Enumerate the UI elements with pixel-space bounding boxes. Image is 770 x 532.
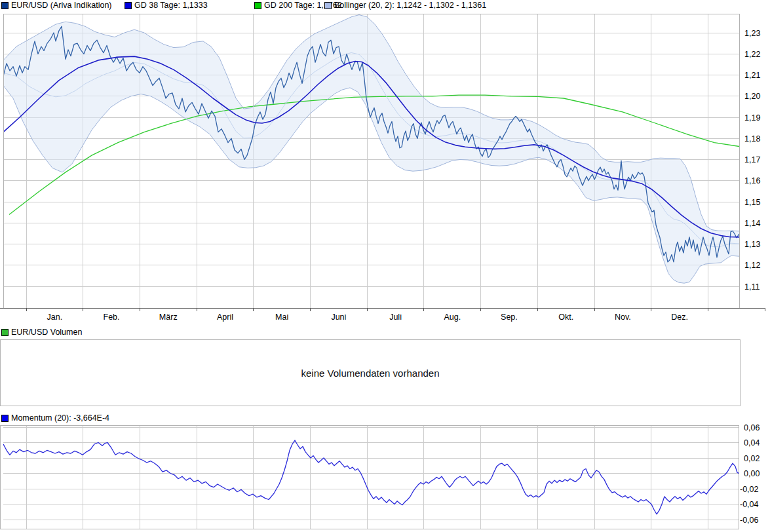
y-axis-label: 1,13	[744, 240, 760, 249]
eurusd-chart-page: { "main_legend": { "items": [ {"label": …	[0, 0, 770, 532]
y-axis-label: 1,14	[744, 219, 760, 228]
x-axis-label: Nov.	[615, 313, 631, 322]
momentum-line	[3, 440, 739, 514]
no-volume-message: keine Volumendaten vorhanden	[301, 368, 440, 379]
x-axis-label: Juli	[389, 313, 402, 322]
x-axis-label: Juni	[331, 313, 346, 322]
x-axis-label: Okt.	[558, 313, 573, 322]
series-group	[3, 440, 739, 514]
bollinger-band-fill	[3, 15, 739, 284]
volume-legend: EUR/USD Volumen	[1, 328, 82, 337]
x-axis-label: April	[217, 313, 233, 322]
momentum-legend: Momentum (20): -3,664E-4	[1, 413, 109, 423]
momentum-chart-panel: 0,060,040,020,00-0,02-0,04-0,06	[0, 423, 770, 532]
y-axis-label: 1,15	[744, 198, 760, 207]
y-axis-label: 1,19	[744, 113, 760, 123]
momentum-legend-label: Momentum (20): -3,664E-4	[11, 413, 109, 423]
y-axis-label: 0,04	[744, 438, 760, 447]
price-chart-panel: Jan.Feb.MärzAprilMaiJuniJuliAug.Sep.Okt.…	[0, 0, 770, 324]
volume-swatch-icon	[1, 329, 9, 336]
y-axis-label: -0,04	[740, 500, 759, 509]
y-axis-label: 1,21	[744, 71, 760, 80]
momentum-swatch-icon	[1, 415, 9, 422]
x-axis-label: Sep.	[501, 313, 518, 322]
y-axis-label: 0,00	[744, 469, 760, 478]
x-axis-label: Mai	[275, 313, 288, 322]
y-axis-label: -0,06	[740, 516, 759, 525]
momentum-panel-border	[1, 426, 739, 529]
x-axis-label: Dez.	[671, 313, 688, 322]
y-axis-label: 1,16	[744, 176, 760, 185]
volume-panel: keine Volumendaten vorhanden	[0, 339, 741, 406]
series-group	[3, 15, 739, 284]
x-axis-label: Jan.	[47, 313, 63, 322]
y-axis-label: 0,06	[744, 423, 760, 432]
y-axis-label: 1,12	[744, 261, 760, 270]
y-axis-label: 0,02	[744, 454, 760, 463]
y-axis-label: 1,18	[744, 134, 760, 143]
x-axis-label: Feb.	[104, 313, 120, 322]
y-axis-label: 1,20	[744, 92, 760, 101]
x-axis-label: März	[159, 313, 178, 322]
x-axis-label: Aug.	[444, 313, 461, 322]
y-axis-label: 1,22	[744, 50, 760, 59]
y-axis-label: -0,02	[740, 485, 759, 494]
y-axis-label: 1,23	[744, 29, 760, 38]
volume-legend-label: EUR/USD Volumen	[11, 328, 82, 337]
y-axis-label: 1,11	[744, 282, 760, 292]
y-axis-label: 1,17	[744, 155, 760, 164]
